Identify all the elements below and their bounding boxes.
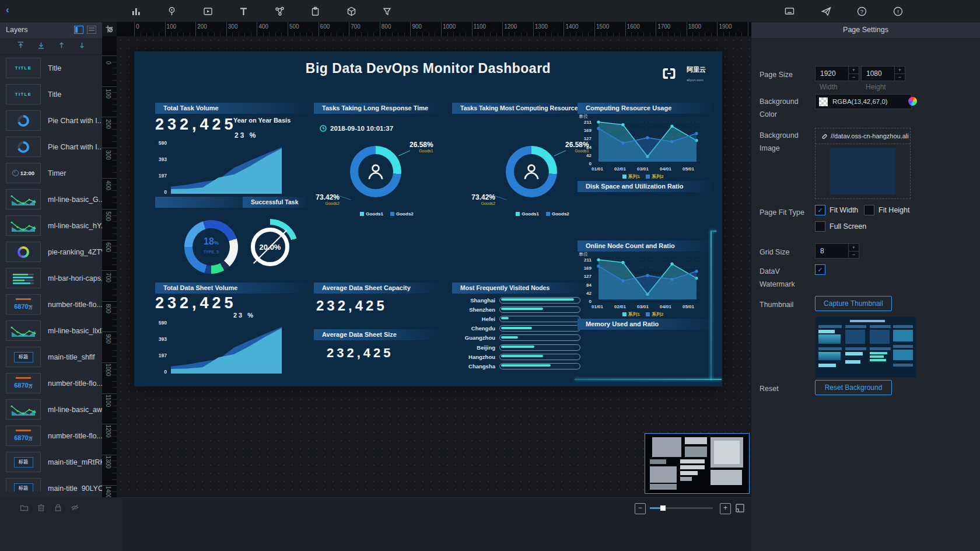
background-image-url[interactable]: //datav.oss-cn-hangzhou.ali [816,128,910,144]
panel-header-most-visited[interactable]: Most Frequently Visited Nodes [452,283,584,294]
layer-item[interactable]: 标题main-title_mRtRK [0,449,102,475]
send-to-back-icon[interactable] [37,41,46,52]
help-icon[interactable]: ? [855,5,868,18]
layer-item[interactable]: TITLETitle [0,55,102,81]
layer-item[interactable]: 标题main-title_90LYO [0,475,102,491]
info-icon[interactable]: ! [891,5,904,18]
panel-header-total-task-volume[interactable]: Total Task Volume [155,103,308,114]
width-decrement-button[interactable]: − [849,74,859,81]
grid-decrement-button[interactable]: − [849,252,859,259]
fit-canvas-icon[interactable] [735,503,745,513]
layers-list-view-icon[interactable] [87,26,96,34]
layer-item[interactable]: ml-line-basic_G... [0,186,102,212]
watermark-checkbox[interactable]: ✓ [815,264,825,275]
zoom-slider-handle[interactable] [660,505,666,511]
layer-item[interactable]: Pie Chart with I... [0,107,102,134]
background-color-field[interactable]: RGBA(13,42,67,0) [815,94,912,109]
page-settings-title: Page Settings [751,22,980,38]
reset-background-button[interactable]: Reset Background [815,380,892,395]
lock-icon[interactable] [54,503,62,551]
panel-header-most-computing[interactable]: Tasks Taking Most Computing Resources [452,103,584,114]
move-down-icon[interactable] [78,41,86,52]
visited-nodes-chart[interactable]: ShanghaiShenzhenHefeiChengduGuangzhouBei… [452,295,580,371]
layer-item[interactable]: TITLETitle [0,81,102,107]
height-decrement-button[interactable]: − [895,74,905,81]
thumbnail-block [818,347,842,350]
data-sheet-volume-chart[interactable]: 5903931970 [152,320,284,376]
back-button[interactable]: ‹ [6,4,9,16]
zoom-out-button[interactable]: − [635,503,646,514]
width-increment-button[interactable]: + [849,67,859,74]
zoom-slider[interactable] [650,507,713,509]
grid-increment-button[interactable]: + [849,244,859,252]
material-icon[interactable] [309,5,321,18]
bring-to-front-icon[interactable] [16,41,25,52]
layer-item[interactable]: ml-line-basic_hY... [0,212,102,239]
total-task-volume-chart[interactable]: 5903931970 [152,140,284,196]
screen-icon[interactable] [783,5,796,18]
text-icon[interactable] [237,5,250,18]
hide-icon[interactable] [71,503,79,551]
layer-item[interactable]: 6870万number-title-flo... [0,370,102,396]
publish-icon[interactable] [820,5,832,18]
panel-header-online-node[interactable]: Online Node Count and Ratio [578,240,711,252]
relation-icon[interactable] [273,5,286,18]
media-icon[interactable] [201,5,214,18]
layer-item[interactable]: pie-ranking_4ZTVx [0,239,102,265]
panel-header-avg-capacity[interactable]: Average Data Sheet Capacity [314,283,439,294]
delete-icon[interactable] [37,503,46,551]
layer-item[interactable]: ml-bar-hori-caps... [0,265,102,291]
y-tick: 42 [578,291,592,296]
fit-option-checkbox[interactable]: ✓ [815,205,825,215]
panel-header-data-sheet-volume[interactable]: Total Data Sheet Volume [155,283,308,294]
layer-item[interactable]: Pie Chart with I... [0,134,102,160]
panel-header-resource-usage[interactable]: Computing Resource Usage [578,103,711,114]
color-picker-icon[interactable] [908,97,917,106]
map-icon[interactable] [165,5,178,18]
cube-icon[interactable] [345,5,358,18]
layer-item[interactable]: ml-line-basic_llxlX [0,318,102,344]
layer-item-label: main-title_mRtRK [48,458,102,466]
chart-icon[interactable] [130,5,142,18]
layer-item[interactable]: 标题main-title_shflf [0,344,102,370]
panel-header-avg-size[interactable]: Average Data Sheet Size [314,329,439,340]
fit-option[interactable]: ✓Fit Width [815,205,858,215]
long-response-donut[interactable]: 26.58%Goods173.42%Goods2Goods1Goods2 [314,138,460,225]
zoom-in-button[interactable]: + [720,503,731,514]
fit-option-checkbox[interactable] [815,221,825,232]
layer-item-label: Title [48,90,61,99]
panel-header-empty[interactable] [155,197,251,208]
fit-option-checkbox[interactable] [864,205,874,215]
dashboard-preview[interactable]: Big Data DevOps Monitor Dashboard 阿里云ali… [134,51,722,386]
online-node-chart[interactable]: 单位2111691278442001/0102/0103/0104/0105/0… [578,251,708,318]
layer-item[interactable]: 12:00Timer [0,160,102,186]
layer-item[interactable]: 6870万number-title-flo... [0,291,102,318]
capture-thumbnail-button[interactable]: Capture Thumbnail [815,296,892,311]
move-up-icon[interactable] [57,41,66,52]
layer-item[interactable]: ml-line-basic_aw... [0,396,102,423]
page-width-input[interactable] [816,67,848,81]
editor-canvas[interactable]: Big Data DevOps Monitor Dashboard 阿里云ali… [117,36,751,497]
minimap[interactable] [645,433,750,494]
panel-header-disk-space[interactable]: Disk Space and Utilization Ratio [578,181,711,192]
panel-header-successful-task[interactable]: Successful Task [243,197,308,208]
layer-thumb-ring [6,242,41,262]
interact-icon[interactable] [380,5,393,18]
successful-task-gauge[interactable]: 20.0% [242,219,298,275]
page-height-input[interactable] [862,67,894,81]
fit-option[interactable]: Full Screen [815,221,866,232]
grid-size-input[interactable] [816,244,848,258]
panel-header-memory-used[interactable]: Memory Used and Ratio [578,319,711,330]
panel-header-long-response[interactable]: Tasks Taking Long Response Time [314,103,439,114]
fit-option[interactable]: Fit Height [864,205,910,215]
task-type-donut[interactable]: 18%TYPE_5 [181,217,242,277]
layer-item-label: main-title_shflf [48,353,95,361]
ruler-guide-icon[interactable] [102,22,117,36]
group-icon[interactable] [20,503,29,551]
layers-thumb-view-icon[interactable] [74,26,83,34]
height-increment-button[interactable]: + [895,67,905,74]
resource-usage-chart[interactable]: 单位2111691278442001/0102/0103/0104/0105/0… [578,113,708,180]
donut-center [358,154,393,189]
layer-item[interactable]: 6870万number-title-flo... [0,423,102,449]
layer-thumb-pie [6,137,41,157]
